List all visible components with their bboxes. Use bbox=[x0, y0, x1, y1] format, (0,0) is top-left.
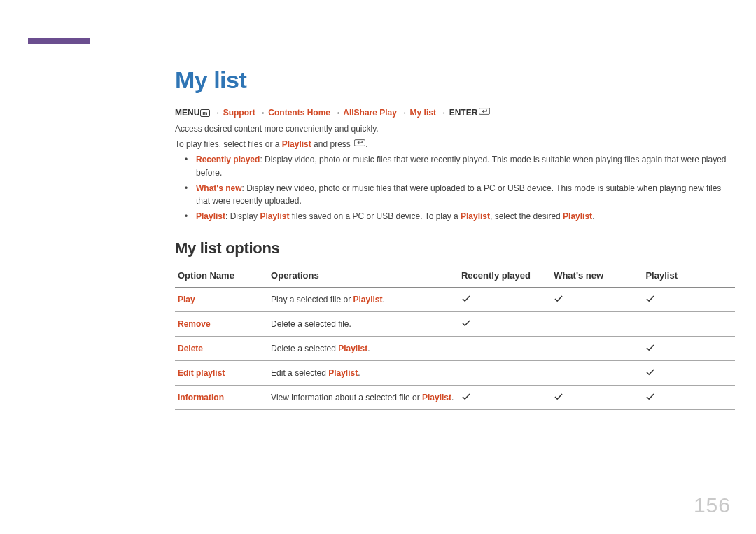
operations-cell: Delete a selected file. bbox=[268, 312, 458, 337]
table-header-row: Option NameOperationsRecently playedWhat… bbox=[175, 262, 735, 288]
breadcrumb-enter: ENTER bbox=[449, 108, 478, 118]
content-area: My list MENUm → Support → Contents Home … bbox=[175, 66, 735, 410]
operations-cell: Play a selected file or Playlist. bbox=[268, 288, 458, 312]
table-row: PlayPlay a selected file or Playlist. bbox=[175, 288, 735, 312]
check-icon bbox=[645, 295, 655, 303]
check-cell bbox=[458, 361, 551, 386]
check-cell bbox=[458, 288, 551, 312]
check-cell bbox=[551, 337, 643, 361]
intro-line2-suffix: and press bbox=[312, 139, 353, 149]
enter-icon bbox=[479, 108, 490, 115]
options-table: Option NameOperationsRecently playedWhat… bbox=[175, 262, 735, 410]
table-row: Edit playlistEdit a selected Playlist. bbox=[175, 361, 735, 386]
check-icon bbox=[461, 393, 471, 401]
table-header-cell: What's new bbox=[551, 262, 643, 288]
check-icon bbox=[554, 295, 564, 303]
check-icon bbox=[645, 368, 655, 377]
table-row: InformationView information about a sele… bbox=[175, 386, 735, 410]
breadcrumb-menu: MENU bbox=[175, 108, 200, 118]
option-name-cell: Play bbox=[175, 288, 268, 312]
check-cell bbox=[458, 312, 551, 337]
list-item: Recently played: Display video, photo or… bbox=[175, 153, 735, 179]
check-icon bbox=[554, 393, 564, 401]
breadcrumb: MENUm → Support → Contents Home → AllSha… bbox=[175, 106, 735, 120]
breadcrumb-my-list: My list bbox=[410, 108, 436, 118]
check-cell bbox=[551, 288, 643, 312]
page-title: My list bbox=[175, 66, 735, 94]
check-icon bbox=[645, 393, 655, 401]
table-row: DeleteDelete a selected Playlist. bbox=[175, 337, 735, 361]
check-icon bbox=[645, 344, 655, 352]
bullet-lead: Recently played bbox=[196, 155, 260, 164]
check-icon bbox=[461, 295, 471, 303]
intro-line-2: To play files, select files or a Playlis… bbox=[175, 138, 735, 151]
section-title-options: My list options bbox=[175, 239, 735, 258]
table-header-cell: Option Name bbox=[175, 262, 268, 288]
intro-bullets: Recently played: Display video, photo or… bbox=[175, 153, 735, 223]
check-cell bbox=[458, 337, 551, 361]
check-cell bbox=[458, 386, 551, 410]
table-row: RemoveDelete a selected file. bbox=[175, 312, 735, 337]
check-cell bbox=[643, 337, 735, 361]
intro-line2-accent: Playlist bbox=[282, 139, 312, 149]
check-cell bbox=[551, 386, 643, 410]
side-tab bbox=[28, 38, 90, 44]
list-item: Playlist: Display Playlist files saved o… bbox=[175, 210, 735, 223]
menu-icon: m bbox=[200, 109, 210, 117]
top-rule bbox=[28, 50, 735, 50]
intro-block: Access desired content more conveniently… bbox=[175, 122, 735, 223]
check-cell bbox=[551, 312, 643, 337]
breadcrumb-allshare-play: AllShare Play bbox=[343, 108, 397, 118]
bullet-lead: Playlist bbox=[196, 211, 225, 221]
bullet-lead: What's new bbox=[196, 183, 242, 193]
table-header-cell: Operations bbox=[268, 262, 458, 288]
option-name-cell: Delete bbox=[175, 337, 268, 361]
operations-cell: View information about a selected file o… bbox=[268, 386, 458, 410]
check-icon bbox=[461, 319, 471, 328]
page-number: 156 bbox=[694, 493, 731, 517]
breadcrumb-contents-home: Contents Home bbox=[268, 108, 330, 118]
table-header-cell: Playlist bbox=[643, 262, 735, 288]
check-cell bbox=[551, 361, 643, 386]
operations-cell: Edit a selected Playlist. bbox=[268, 361, 458, 386]
table-header-cell: Recently played bbox=[458, 262, 551, 288]
option-name-cell: Remove bbox=[175, 312, 268, 337]
check-cell bbox=[643, 386, 735, 410]
option-name-cell: Edit playlist bbox=[175, 361, 268, 386]
check-cell bbox=[643, 288, 735, 312]
list-item: What's new: Display new video, photo or … bbox=[175, 182, 735, 208]
enter-icon bbox=[354, 139, 365, 146]
check-cell bbox=[643, 361, 735, 386]
check-cell bbox=[643, 312, 735, 337]
breadcrumb-support: Support bbox=[223, 108, 255, 118]
intro-line-1: Access desired content more conveniently… bbox=[175, 122, 735, 136]
operations-cell: Delete a selected Playlist. bbox=[268, 337, 458, 361]
intro-line2-prefix: To play files, select files or a bbox=[175, 139, 282, 149]
option-name-cell: Information bbox=[175, 386, 268, 410]
page: My list MENUm → Support → Contents Home … bbox=[0, 0, 756, 534]
